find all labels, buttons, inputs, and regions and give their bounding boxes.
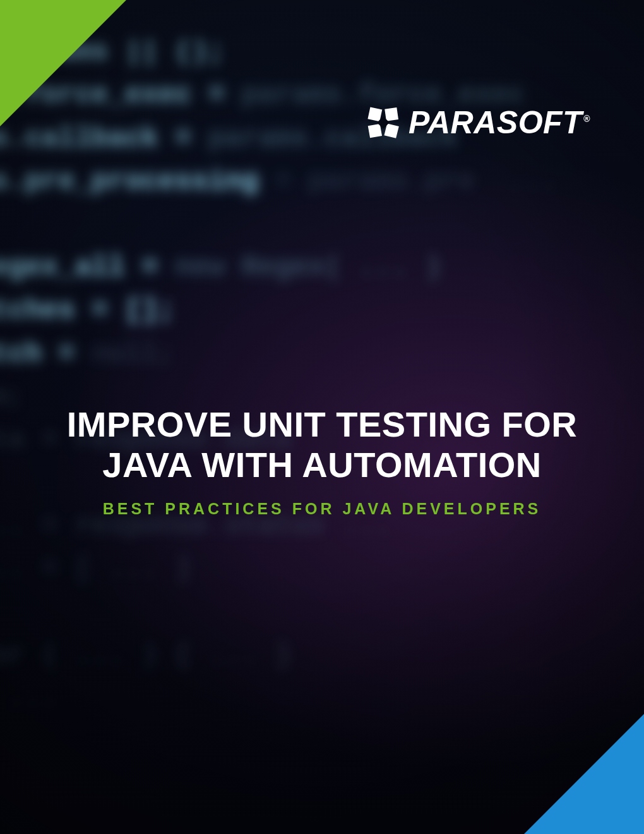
- brand-logo: PARASOFT®: [366, 104, 590, 141]
- logo-mark-icon: [366, 105, 401, 140]
- brand-name-text: PARASOFT: [408, 105, 582, 140]
- svg-rect-2: [368, 124, 382, 138]
- svg-rect-1: [385, 107, 398, 121]
- document-title: IMPROVE UNIT TESTING FOR JAVA WITH AUTOM…: [38, 404, 606, 486]
- document-subtitle: BEST PRACTICES FOR JAVA DEVELOPERS: [38, 500, 606, 518]
- registered-mark: ®: [583, 114, 590, 124]
- corner-triangle-top-left: [0, 0, 126, 126]
- title-block: IMPROVE UNIT TESTING FOR JAVA WITH AUTOM…: [0, 404, 644, 518]
- title-line-2: JAVA WITH AUTOMATION: [38, 445, 606, 485]
- document-cover: = params || (); s.force_exec = params.fo…: [0, 0, 644, 834]
- svg-rect-3: [384, 123, 398, 138]
- title-line-1: IMPROVE UNIT TESTING FOR: [38, 404, 606, 445]
- brand-name: PARASOFT®: [408, 104, 590, 141]
- corner-triangle-bottom-right: [524, 714, 644, 834]
- svg-rect-0: [367, 107, 382, 121]
